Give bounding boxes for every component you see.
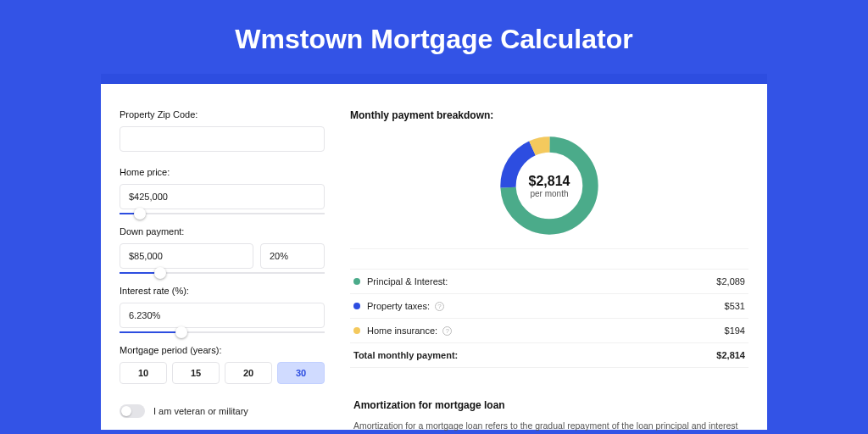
rate-slider[interactable]	[120, 331, 325, 333]
legend-label: Property taxes:?	[367, 301, 725, 311]
legend-row-total: Total monthly payment:$2,814	[350, 342, 748, 368]
info-icon[interactable]: ?	[442, 326, 452, 336]
period-label: Mortgage period (years):	[120, 345, 325, 355]
legend-value: $194	[725, 326, 745, 336]
period-btn-15[interactable]: 15	[172, 362, 220, 384]
down-amount-input[interactable]	[120, 243, 253, 269]
form-column: Property Zip Code: Home price: Down paym…	[120, 109, 340, 430]
donut-chart: $2,814 per month	[350, 126, 748, 248]
down-label: Down payment:	[120, 226, 325, 236]
rate-slider-thumb[interactable]	[175, 326, 187, 338]
veteran-toggle[interactable]	[120, 404, 145, 418]
breakdown-title: Monthly payment breakdown:	[350, 109, 748, 121]
period-options: 10152030	[120, 362, 325, 384]
price-label: Home price:	[120, 167, 325, 177]
donut-sub: per month	[529, 189, 570, 198]
price-input[interactable]	[120, 184, 325, 209]
legend-value: $531	[725, 301, 745, 311]
legend: Principal & Interest:$2,089Property taxe…	[350, 248, 748, 368]
legend-label: Principal & Interest:	[367, 276, 716, 287]
legend-row-principal: Principal & Interest:$2,089	[350, 269, 748, 293]
down-slider-thumb[interactable]	[154, 267, 166, 279]
insurance-dot	[353, 327, 360, 334]
period-btn-10[interactable]: 10	[120, 362, 167, 384]
rate-input[interactable]	[120, 303, 325, 328]
total-label: Total monthly payment:	[353, 350, 716, 360]
donut-amount: $2,814	[529, 174, 570, 189]
rate-slider-fill	[120, 331, 181, 333]
price-slider-thumb[interactable]	[134, 208, 146, 220]
amortization-section: Amortization for mortgage loan Amortizat…	[350, 387, 748, 434]
legend-row-insurance: Home insurance:?$194	[350, 318, 748, 342]
amortization-body: Amortization for a mortgage loan refers …	[353, 420, 745, 434]
veteran-label: I am veteran or military	[153, 406, 248, 416]
period-btn-30[interactable]: 30	[277, 362, 325, 384]
legend-row-taxes: Property taxes:?$531	[350, 293, 748, 318]
zip-input[interactable]	[120, 126, 325, 152]
down-pct-input[interactable]	[260, 243, 325, 269]
price-slider[interactable]	[120, 213, 325, 214]
total-value: $2,814	[716, 350, 745, 360]
legend-label: Home insurance:?	[367, 326, 725, 336]
breakdown-column: Monthly payment breakdown: $2,814 per mo…	[340, 109, 748, 430]
legend-value: $2,089	[716, 276, 745, 287]
page-title: Wmstown Mortgage Calculator	[0, 0, 868, 74]
calculator-card: Property Zip Code: Home price: Down paym…	[101, 74, 767, 430]
amortization-title: Amortization for mortgage loan	[353, 399, 745, 411]
taxes-dot	[353, 303, 360, 309]
zip-label: Property Zip Code:	[120, 109, 325, 120]
period-btn-20[interactable]: 20	[225, 362, 272, 384]
rate-label: Interest rate (%):	[120, 286, 325, 296]
principal-dot	[353, 278, 360, 285]
down-slider[interactable]	[120, 272, 325, 274]
info-icon[interactable]: ?	[435, 302, 444, 311]
